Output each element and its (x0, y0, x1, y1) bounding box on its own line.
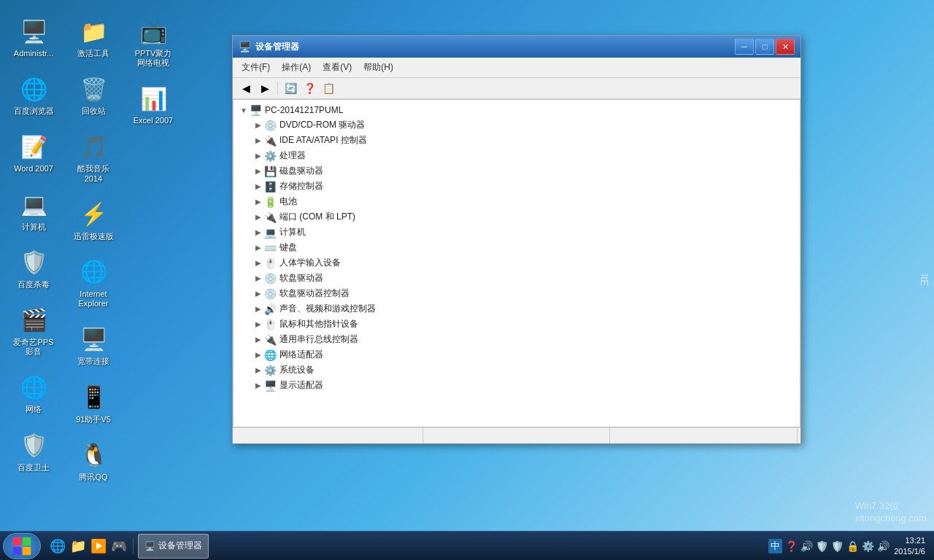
tree-expand-2[interactable]: ▶ (252, 150, 264, 162)
tree-expand-1[interactable]: ▶ (252, 135, 264, 147)
tray-icon-5[interactable]: 🔒 (846, 540, 859, 552)
tree-item-0[interactable]: ▶ 💿 DVD/CD-ROM 驱动器 (251, 117, 797, 133)
quick-game-icon[interactable]: 🎮 (111, 538, 127, 554)
quick-folder-icon[interactable]: 📁 (70, 538, 86, 554)
lang-icon[interactable]: 中 (768, 539, 782, 553)
tree-item-17[interactable]: ▶ 🖥️ 显示适配器 (251, 378, 797, 393)
help-tray-icon[interactable]: ❓ (785, 540, 798, 552)
computer-name: PC-20141217PUML (265, 105, 343, 115)
desktop-icon-admin[interactable]: 🖥️ Administr... (7, 11, 60, 61)
toolbar-help[interactable]: ❓ (301, 80, 318, 96)
tree-expand-10[interactable]: ▶ (252, 273, 264, 284)
desktop-icon-baidu-browser[interactable]: 🌐 百度浏览器 (7, 69, 60, 119)
desktop-icon-activation[interactable]: 📁 激活工具 (67, 11, 120, 61)
tree-item-7[interactable]: ▶ 💻 计算机 (251, 225, 797, 240)
device-tree[interactable]: ▼ 🖥️ PC-20141217PUML ▶ 💿 DVD/CD-ROM 驱动器 … (233, 99, 800, 427)
tree-icon-9: 🖱️ (264, 257, 277, 269)
quick-launch: 🌐 📁 ▶️ 🎮 (44, 538, 134, 554)
tree-expand-4[interactable]: ▶ (252, 181, 264, 192)
tree-item-15[interactable]: ▶ 🌐 网络适配器 (251, 347, 797, 362)
tree-item-4[interactable]: ▶ 🗄️ 存储控制器 (251, 179, 797, 194)
window-icon: 🖥️ (239, 41, 251, 52)
desktop-icon-pptv[interactable]: 📺 PPTV聚力 网络电视 (127, 11, 180, 71)
minimize-button[interactable]: ─ (735, 39, 754, 55)
tree-expand-0[interactable]: ▶ (252, 120, 264, 131)
desktop-icon-qq[interactable]: 🐧 腾讯QQ (67, 435, 120, 485)
taskbar-window-btn[interactable]: 🖥️ 设备管理器 (138, 534, 209, 559)
desktop-icon-baiduguard[interactable]: 🛡️ 百度卫士 (7, 425, 60, 475)
menu-item-1[interactable]: 操作(A) (276, 59, 317, 76)
tree-expand-16[interactable]: ▶ (252, 365, 264, 376)
tree-item-5[interactable]: ▶ 🔋 电池 (251, 194, 797, 209)
start-button[interactable] (3, 533, 41, 559)
desktop-icon-computer[interactable]: 💻 计算机 (7, 184, 60, 235)
tree-expand-3[interactable]: ▶ (252, 166, 264, 177)
tree-expand-12[interactable]: ▶ (252, 303, 264, 315)
desktop-icon-baidukiller[interactable]: 🛡️ 百度杀毒 (7, 242, 60, 292)
broadband-icon: 🖥️ (76, 322, 111, 357)
toolbar-properties[interactable]: 📋 (320, 80, 337, 96)
desktop-icon-recycle[interactable]: 🗑️ 回收站 (67, 69, 120, 119)
tree-root[interactable]: ▼ 🖥️ PC-20141217PUML (236, 103, 797, 117)
tree-item-3[interactable]: ▶ 💾 磁盘驱动器 (251, 163, 797, 179)
tree-item-8[interactable]: ▶ ⌨️ 键盘 (251, 240, 797, 255)
tree-item-12[interactable]: ▶ 🔊 声音、视频和游戏控制器 (251, 301, 797, 316)
network-tray-icon[interactable]: 🔊 (800, 540, 813, 552)
desktop-icon-91[interactable]: 📱 91助手V5 (67, 377, 120, 427)
desktop-icon-ie[interactable]: 🌐 Internet Explorer (67, 252, 120, 311)
desktop-icon-network[interactable]: 🌐 网络 (7, 367, 60, 417)
desktop-icon-word2007[interactable]: 📝 Word 2007 (7, 126, 60, 176)
maximize-button[interactable]: □ (755, 39, 774, 55)
tree-item-1[interactable]: ▶ 🔌 IDE ATA/ATAPI 控制器 (251, 133, 797, 148)
tree-item-9[interactable]: ▶ 🖱️ 人体学输入设备 (251, 255, 797, 271)
menu-item-3[interactable]: 帮助(H) (358, 59, 399, 76)
tree-item-10[interactable]: ▶ 💿 软盘驱动器 (251, 271, 797, 286)
tree-item-2[interactable]: ▶ ⚙️ 处理器 (251, 148, 797, 163)
tray-icon-6[interactable]: ⚙️ (862, 540, 874, 552)
tree-item-16[interactable]: ▶ ⚙️ 系统设备 (251, 362, 797, 378)
tree-children: ▶ 💿 DVD/CD-ROM 驱动器 ▶ 🔌 IDE ATA/ATAPI 控制器… (236, 117, 797, 393)
tree-item-14[interactable]: ▶ 🔌 通用串行总线控制器 (251, 332, 797, 347)
tree-item-13[interactable]: ▶ 🖱️ 鼠标和其他指针设备 (251, 316, 797, 332)
desktop-icon-aiqiyi[interactable]: 🎬 爱奇艺PPS影音 (7, 300, 60, 359)
tree-expand-root[interactable]: ▼ (238, 104, 250, 116)
tree-expand-6[interactable]: ▶ (252, 211, 264, 223)
menu-item-0[interactable]: 文件(F) (236, 59, 276, 76)
tree-expand-7[interactable]: ▶ (252, 227, 264, 238)
tree-item-11[interactable]: ▶ 💿 软盘驱动器控制器 (251, 286, 797, 301)
tree-expand-5[interactable]: ▶ (252, 196, 264, 208)
quick-ie-icon[interactable]: 🌐 (50, 538, 66, 554)
pptv-icon: 📺 (136, 14, 171, 49)
clock[interactable]: 13:21 2015/1/6 (894, 535, 925, 556)
toolbar-back[interactable]: ◀ (237, 80, 255, 96)
tree-expand-15[interactable]: ▶ (252, 349, 264, 361)
desktop-icon-kuwo[interactable]: 🎵 酷我音乐2014 (67, 126, 120, 186)
tree-expand-17[interactable]: ▶ (252, 380, 264, 392)
antivirus-tray-icon[interactable]: 🛡️ (831, 540, 844, 552)
clock-date: 2015/1/6 (894, 546, 925, 556)
tree-expand-11[interactable]: ▶ (252, 288, 264, 300)
tree-expand-13[interactable]: ▶ (252, 319, 264, 330)
tree-item-6[interactable]: ▶ 🔌 端口 (COM 和 LPT) (251, 209, 797, 225)
clock-time: 13:21 (894, 535, 925, 545)
desktop-icon-thunder[interactable]: ⚡ 迅雷极速版 (67, 194, 120, 244)
toolbar-forward[interactable]: ▶ (256, 80, 274, 96)
tree-expand-9[interactable]: ▶ (252, 257, 264, 269)
91-label: 91助手V5 (76, 415, 111, 424)
desktop-icon-broadband[interactable]: 🖥️ 宽带连接 (67, 319, 120, 369)
tree-icon-14: 🔌 (264, 334, 277, 346)
desktop-icon-excel[interactable]: 📊 Excel 2007 (127, 78, 180, 128)
network-icon: 🌐 (16, 370, 51, 405)
volume-tray-icon[interactable]: 🔊 (877, 540, 889, 552)
excel-icon: 📊 (136, 81, 171, 116)
toolbar-refresh[interactable]: 🔄 (282, 80, 299, 96)
tree-expand-8[interactable]: ▶ (252, 242, 264, 254)
tree-expand-14[interactable]: ▶ (252, 334, 264, 346)
menu-item-2[interactable]: 查看(V) (317, 59, 358, 76)
security-tray-icon[interactable]: 🛡️ (816, 540, 828, 552)
close-button[interactable]: ✕ (776, 39, 795, 55)
tree-icon-1: 🔌 (264, 135, 277, 147)
quick-media-icon[interactable]: ▶️ (90, 538, 107, 554)
tree-icon-7: 💻 (264, 227, 277, 238)
tree-icon-0: 💿 (264, 120, 277, 131)
